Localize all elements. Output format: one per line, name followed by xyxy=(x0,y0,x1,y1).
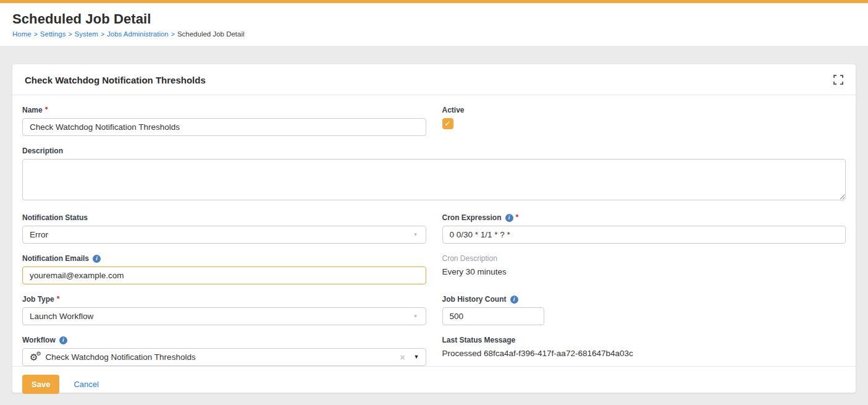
workflow-label: Workflow i xyxy=(22,336,426,344)
description-textarea[interactable] xyxy=(22,159,846,200)
name-field-group: Name• xyxy=(22,106,426,136)
name-input[interactable] xyxy=(22,118,426,136)
info-icon[interactable]: i xyxy=(510,296,518,304)
last-status-message-field-group: Last Status Message Processed 68fca4af-f… xyxy=(442,336,846,366)
card-title: Check Watchdog Notification Thresholds xyxy=(25,75,206,85)
page-title: Scheduled Job Detail xyxy=(12,11,856,27)
job-type-label: Job Type• xyxy=(22,295,426,304)
cron-expression-label: Cron Expression i • xyxy=(442,213,846,222)
job-type-select[interactable]: Launch Workflow ▼ xyxy=(22,307,426,325)
active-checkbox[interactable]: ✓ xyxy=(442,118,453,129)
expand-fullscreen-icon[interactable] xyxy=(832,74,845,86)
workflow-field-group: Workflow i ⚙⚙ Check Watchdog Notificatio… xyxy=(22,336,426,366)
breadcrumb-separator: > xyxy=(101,30,104,38)
required-marker: • xyxy=(57,294,60,301)
page-header: Scheduled Job Detail Home>Settings>Syste… xyxy=(0,3,868,46)
chevron-down-icon: ▼ xyxy=(413,313,418,319)
required-marker: • xyxy=(45,105,48,111)
breadcrumb-link-system[interactable]: System xyxy=(75,30,98,38)
save-button[interactable]: Save xyxy=(22,375,59,394)
notification-status-field-group: Notification Status Error ▼ xyxy=(22,213,426,244)
cancel-button[interactable]: Cancel xyxy=(74,380,98,389)
last-status-message-label: Last Status Message xyxy=(442,336,846,344)
breadcrumb-link-home[interactable]: Home xyxy=(12,30,32,38)
cron-description-label: Cron Description xyxy=(442,254,846,263)
clear-icon[interactable]: × xyxy=(400,353,405,362)
checkmark-icon: ✓ xyxy=(444,119,450,128)
last-status-message-value: Processed 68fca4af-f396-417f-aa72-681647… xyxy=(442,348,846,359)
cron-expression-input[interactable] xyxy=(442,226,846,244)
card-body: Name• Active ✓ Description xyxy=(12,95,856,366)
job-detail-card: Check Watchdog Notification Thresholds N… xyxy=(12,64,856,393)
card-footer: Save Cancel xyxy=(12,366,856,402)
job-type-value: Launch Workflow xyxy=(30,312,93,321)
breadcrumb-link-jobs-administration[interactable]: Jobs Administration xyxy=(107,30,169,38)
workflow-select[interactable]: ⚙⚙ Check Watchdog Notification Threshold… xyxy=(22,348,426,366)
info-icon[interactable]: i xyxy=(93,255,101,263)
active-label: Active xyxy=(442,106,846,114)
chevron-down-icon: ▼ xyxy=(413,232,418,237)
notification-emails-field-group: Notification Emails i xyxy=(22,254,426,284)
notification-status-value: Error xyxy=(30,230,48,239)
breadcrumb-separator: > xyxy=(171,30,175,38)
notification-emails-label: Notification Emails i xyxy=(22,254,426,263)
job-history-count-field-group: Job History Count i xyxy=(442,295,846,325)
workflow-value: Check Watchdog Notification Thresholds xyxy=(46,352,196,362)
info-icon[interactable]: i xyxy=(59,336,67,344)
cron-description-field-group: Cron Description Every 30 minutes xyxy=(442,254,846,284)
breadcrumb-link-settings[interactable]: Settings xyxy=(40,30,66,38)
job-history-count-label: Job History Count i xyxy=(442,295,846,304)
job-type-field-group: Job Type• Launch Workflow ▼ xyxy=(22,295,426,325)
breadcrumb: Home>Settings>System>Jobs Administration… xyxy=(12,30,856,38)
cron-description-value: Every 30 minutes xyxy=(442,266,846,278)
notification-emails-input[interactable] xyxy=(22,266,426,284)
info-icon[interactable]: i xyxy=(505,214,513,222)
card-header: Check Watchdog Notification Thresholds xyxy=(12,64,856,95)
breadcrumb-separator: > xyxy=(68,30,72,38)
name-label: Name• xyxy=(22,106,426,114)
breadcrumb-separator: > xyxy=(34,30,38,38)
required-marker: • xyxy=(516,213,519,219)
active-field-group: Active ✓ xyxy=(442,106,846,136)
description-field-group: Description xyxy=(22,147,846,203)
job-history-count-input[interactable] xyxy=(442,307,544,325)
breadcrumb-current: Scheduled Job Detail xyxy=(177,30,245,38)
cron-expression-field-group: Cron Expression i • xyxy=(442,213,846,244)
notification-status-select[interactable]: Error ▼ xyxy=(22,226,426,244)
description-label: Description xyxy=(22,147,846,155)
chevron-down-icon: ▼ xyxy=(414,354,419,360)
notification-status-label: Notification Status xyxy=(22,213,426,222)
gears-icon: ⚙⚙ xyxy=(30,352,41,362)
